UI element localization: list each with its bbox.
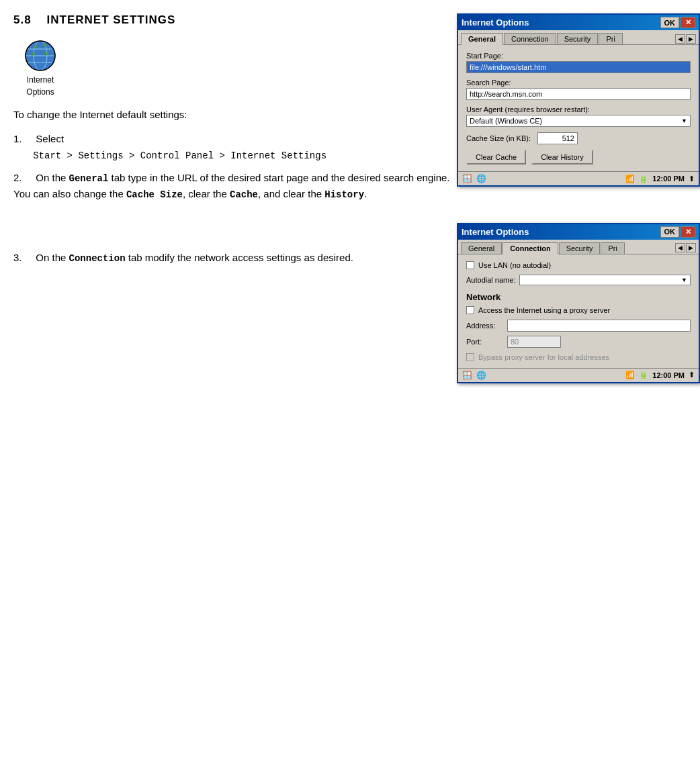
internet-options-icon-area: Internet Options <box>13 39 67 97</box>
network-title: Network <box>466 292 691 302</box>
dialog1-time: 12:00 PM <box>652 175 685 183</box>
taskbar1-left: 🪟 🌐 <box>462 174 486 183</box>
dialog1-tab-scroll: ◀ ▶ <box>675 33 696 44</box>
icon-label-line1: Internet <box>27 75 54 85</box>
step2-bold1: Cache Size <box>126 189 183 200</box>
dialog2-title: Internet Options <box>462 227 529 237</box>
cache-size-input[interactable] <box>537 132 578 144</box>
scroll-left-icon[interactable]: ◀ <box>675 34 685 44</box>
use-lan-checkbox[interactable] <box>466 261 474 269</box>
dock-icon: ⬆ <box>689 175 695 183</box>
dialog2-titlebar: Internet Options OK ✕ <box>458 224 699 240</box>
dialog2-close-button[interactable]: ✕ <box>681 226 695 238</box>
step2-prefix: On the <box>36 172 69 183</box>
dialog2-tab-connection[interactable]: Connection <box>502 242 558 254</box>
dialog2-tabs: General Connection Security Pri ◀ ▶ <box>458 240 699 254</box>
taskbar1-right: 📶 🔋 12:00 PM ⬆ <box>625 175 695 183</box>
autodial-dropdown-icon: ▼ <box>681 277 687 283</box>
use-lan-row: Use LAN (no autodial) <box>466 261 691 269</box>
step3-tabname: Connection <box>69 253 126 264</box>
clear-cache-button[interactable]: Clear Cache <box>466 150 526 164</box>
scroll-left2-icon[interactable]: ◀ <box>675 243 685 252</box>
start2-icon[interactable]: 🪟 <box>462 371 472 380</box>
dialog2-tab-security[interactable]: Security <box>559 242 601 254</box>
intro-text: To change the Internet default settings: <box>13 107 450 123</box>
dialog2-time: 12:00 PM <box>652 371 685 379</box>
battery-icon: 🔋 <box>639 175 648 183</box>
step2-bold3: History <box>324 189 364 200</box>
dialog2-taskbar: 🪟 🌐 📶 🔋 12:00 PM ⬆ <box>458 368 699 382</box>
dialog1-close-button[interactable]: ✕ <box>681 17 695 28</box>
step-3: 3. On the Connection tab modify the netw… <box>13 250 450 266</box>
search-page-input[interactable]: http://search.msn.com <box>466 88 691 100</box>
start-page-label: Start Page: <box>466 52 691 60</box>
start-icon[interactable]: 🪟 <box>462 174 472 183</box>
proxy-row: Access the Internet using a proxy server <box>466 306 691 314</box>
cache-size-row: Cache Size (in KB): <box>466 132 691 144</box>
section-heading: 5.8 Internet Settings <box>13 13 450 27</box>
dialog2-tab-scroll: ◀ ▶ <box>675 242 696 254</box>
icon-label-line2: Options <box>26 87 54 97</box>
user-agent-label: User Agent (requires browser restart): <box>466 105 691 113</box>
dialog1-window: Internet Options OK ✕ General Connection… <box>457 13 700 209</box>
signal-icon: 📶 <box>625 175 635 183</box>
step3-num: 3. <box>13 252 22 263</box>
dialog1-tab-connection[interactable]: Connection <box>504 33 556 44</box>
step-2: 2. On the General tab type in the URL of… <box>13 170 450 203</box>
step1-text: Select <box>36 133 64 144</box>
address-input[interactable] <box>507 320 691 332</box>
taskbar2-right: 📶 🔋 12:00 PM ⬆ <box>625 371 695 379</box>
autodial-select[interactable]: ▼ <box>519 275 691 285</box>
port-label: Port: <box>466 338 503 346</box>
dialog1-tab-general[interactable]: General <box>461 33 503 45</box>
bypass-label: Bypass proxy server for local addresses <box>478 353 609 361</box>
port-input[interactable] <box>507 336 561 348</box>
dialog2-tab-general[interactable]: General <box>461 242 502 254</box>
search-page-label: Search Page: <box>466 79 691 87</box>
address-row: Address: <box>466 320 691 332</box>
dialog1-title: Internet Options <box>462 17 529 28</box>
dialog1-button-row: Clear Cache Clear History <box>466 150 691 164</box>
user-agent-select[interactable]: Default (Windows CE) ▼ <box>466 115 691 127</box>
step2-tabname: General <box>69 173 109 184</box>
dialog2-ok-button[interactable]: OK <box>660 226 680 238</box>
use-lan-label: Use LAN (no autodial) <box>478 261 551 269</box>
dialog1-tab-security[interactable]: Security <box>557 33 599 44</box>
dialog2-tab-pri[interactable]: Pri <box>601 242 624 254</box>
step1-mono: Start > Settings > Control Panel > Inter… <box>33 150 326 161</box>
dialog1-ok-button[interactable]: OK <box>660 17 680 28</box>
battery2-icon: 🔋 <box>639 371 648 379</box>
taskbar2-left: 🪟 🌐 <box>462 371 486 380</box>
bypass-checkbox <box>466 353 474 361</box>
scroll-right2-icon[interactable]: ▶ <box>686 243 696 252</box>
dock2-icon: ⬆ <box>689 371 695 379</box>
port-row: Port: <box>466 336 691 348</box>
bypass-row: Bypass proxy server for local addresses <box>466 353 691 361</box>
network2-icon: 🌐 <box>476 371 486 380</box>
proxy-checkbox[interactable] <box>466 306 474 314</box>
dialog2-title-buttons: OK ✕ <box>660 226 696 238</box>
signal2-icon: 📶 <box>625 371 635 379</box>
dialog2-window: Internet Options OK ✕ General Connection… <box>457 223 700 404</box>
dialog1-titlebar: Internet Options OK ✕ <box>458 15 699 30</box>
step1-num: 1. <box>13 133 22 144</box>
address-label: Address: <box>466 322 503 330</box>
step2-num: 2. <box>13 172 22 183</box>
autodial-label: Autodial name: <box>466 276 515 284</box>
proxy-label: Access the Internet using a proxy server <box>478 306 610 314</box>
step-1: 1. Select Start > Settings > Control Pan… <box>13 131 450 163</box>
network-icon: 🌐 <box>476 174 486 183</box>
dialog1-title-buttons: OK ✕ <box>660 17 696 28</box>
scroll-right-icon[interactable]: ▶ <box>686 34 696 44</box>
network-section: Network Access the Internet using a prox… <box>466 292 691 314</box>
step2-bold2: Cache <box>230 189 258 200</box>
cache-size-label: Cache Size (in KB): <box>466 134 531 142</box>
clear-history-button[interactable]: Clear History <box>531 150 593 164</box>
dialog2-content: Use LAN (no autodial) Autodial name: ▼ N… <box>458 254 699 368</box>
user-agent-dropdown-icon: ▼ <box>681 117 687 124</box>
start-page-input[interactable]: file:///windows/start.htm <box>466 61 691 73</box>
dialog1-tabs: General Connection Security Pri ◀ ▶ <box>458 30 699 45</box>
dialog1-taskbar: 🪟 🌐 📶 🔋 12:00 PM ⬆ <box>458 171 699 185</box>
dialog1-tab-pri[interactable]: Pri <box>599 33 622 44</box>
autodial-row: Autodial name: ▼ <box>466 275 691 285</box>
